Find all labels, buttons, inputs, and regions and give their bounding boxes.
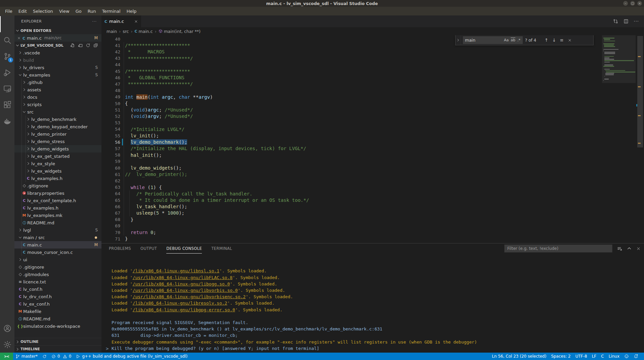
tree-item-lv-demo-benchmark[interactable]: lv_demo_benchmark xyxy=(14,116,101,123)
file-path-link[interactable]: /usr/lib/x86_64-linux-gnu/libFLAC.so.8 xyxy=(133,275,232,280)
code-line-54[interactable]: 54 /*Initialize LVGL*/ xyxy=(101,126,644,133)
tree-item-lv-examples-h[interactable]: Clv_examples.h xyxy=(14,175,101,182)
console-prompt[interactable]: > xyxy=(106,346,109,352)
console-filter-input[interactable] xyxy=(504,244,612,253)
status-feedback[interactable] xyxy=(622,353,631,360)
activity-extensions-icon[interactable] xyxy=(0,97,14,113)
menu-run[interactable]: Run xyxy=(85,8,99,15)
code-line-50[interactable]: 50{ xyxy=(101,100,644,107)
file-path-link[interactable]: /home/ohm/titanproject/Course/lvgl/lv_si… xyxy=(146,352,322,353)
status-indentation[interactable]: Spaces: 2 xyxy=(549,353,573,360)
collapse-icon[interactable] xyxy=(93,43,98,48)
code-line-49[interactable]: 49int main(int argc, char **argv) xyxy=(101,94,644,100)
tree-item-lv-drivers[interactable]: lv_driversS xyxy=(14,64,101,71)
clear-console-icon[interactable] xyxy=(617,246,622,251)
maximize-button[interactable]: ▢ xyxy=(630,1,635,6)
code-line-71[interactable]: 71} xyxy=(101,235,644,242)
tree-item-readme-md[interactable]: README.md xyxy=(14,315,101,322)
panel-tab-problems[interactable]: PROBLEMS xyxy=(109,243,131,254)
menu-go[interactable]: Go xyxy=(73,8,85,15)
close-button[interactable]: × xyxy=(637,1,642,6)
find-expand-toggle[interactable] xyxy=(456,35,461,45)
status-sync[interactable] xyxy=(40,353,49,360)
code-line-51[interactable]: 51 (void)argc; /*Unused*/ xyxy=(101,106,644,113)
code-line-48[interactable]: 48 xyxy=(101,87,644,94)
code-line-59[interactable]: 59 xyxy=(101,158,644,165)
status-encoding[interactable]: UTF-8 xyxy=(573,353,590,360)
sidebar-more-icon[interactable]: ··· xyxy=(92,19,97,24)
code-line-57[interactable]: 57 /*Initialize the HAL (display, input … xyxy=(101,145,644,152)
split-editor-icon[interactable] xyxy=(624,19,629,24)
code-line-70[interactable]: 70 return 0; xyxy=(101,229,644,236)
menu-file[interactable]: File xyxy=(2,8,15,15)
breadcrumb-item[interactable]: Cmain.c xyxy=(134,29,153,34)
tree-item-main-c[interactable]: Cmain.cM xyxy=(14,241,101,249)
section-outline[interactable]: OUTLINE xyxy=(14,338,101,345)
activity-explorer-icon[interactable]: undefined xyxy=(0,16,14,32)
tree-item-lv-examples[interactable]: lv_examplesS xyxy=(14,71,101,79)
file-path-link[interactable]: /usr/lib/x86_64-linux-gnu/libogg.so.0 xyxy=(133,281,230,286)
status-notifications[interactable] xyxy=(631,353,641,360)
close-icon[interactable] xyxy=(568,38,572,42)
code-line-67[interactable]: 67 usleep(5 * 1000); xyxy=(101,210,644,216)
status-problems[interactable]: 00 xyxy=(49,353,74,360)
find-next-icon[interactable]: ↓ xyxy=(552,38,556,43)
breadcrumb-item[interactable]: src xyxy=(123,29,129,34)
tree-item--gitmodules[interactable]: .gitmodules xyxy=(14,271,101,278)
file-path-link[interactable]: /usr/lib/x86_64-linux-gnu/libvorbisenc.s… xyxy=(133,294,246,299)
tree-item-scripts[interactable]: scripts xyxy=(14,101,101,108)
code-line-61[interactable]: 61// lv_demo_printer(); xyxy=(101,171,644,178)
code-line-46[interactable]: 46 * GLOBAL FUNCTIONS xyxy=(101,74,644,81)
tree-item-lv-ex-widgets[interactable]: lv_ex_widgets xyxy=(14,167,101,175)
status-branch[interactable]: master* xyxy=(13,353,40,360)
tree-item-makefile[interactable]: MMakefile xyxy=(14,308,101,315)
code-line-45[interactable]: 45/********************** xyxy=(101,68,644,75)
menu-help[interactable]: Help xyxy=(124,8,140,15)
refresh-icon[interactable] xyxy=(86,43,90,48)
file-path-link[interactable]: /lib/x86_64-linux-gnu/libgpg-error.so.0 xyxy=(133,307,235,312)
tree-item--vscode[interactable]: .vscode xyxy=(14,49,101,56)
code-line-53[interactable]: 53 xyxy=(101,120,644,126)
menu-view[interactable]: View xyxy=(56,8,73,15)
activity-search-icon[interactable] xyxy=(0,32,14,48)
code-line-47[interactable]: 47 **********************/ xyxy=(101,81,644,87)
close-icon[interactable] xyxy=(134,19,138,24)
status-language[interactable]: C xyxy=(599,353,606,360)
code-line-58[interactable]: 58 hal_init(); xyxy=(101,152,644,159)
tree-item-lv-examples-mk[interactable]: Mlv_examples.mk xyxy=(14,212,101,219)
whole-word-icon[interactable]: ab xyxy=(511,38,515,42)
minimize-button[interactable]: – xyxy=(623,1,628,6)
open-editors-header[interactable]: OPEN EDITORS xyxy=(14,27,101,34)
more-actions-icon[interactable]: ··· xyxy=(634,19,639,24)
open-editor-item[interactable]: Cmain.cmain/srcM xyxy=(14,34,101,42)
tree-item-ui[interactable]: ui xyxy=(14,256,101,263)
code-line-72[interactable]: 72 xyxy=(101,242,644,243)
tree-item-mouse-cursor-icon-c[interactable]: Cmouse_cursor_icon.c xyxy=(14,249,101,256)
status-cursor-position[interactable]: Ln 56, Col 23 (20 selected) xyxy=(489,353,549,360)
code-line-68[interactable]: 68 } xyxy=(101,216,644,223)
status-debug-task[interactable]: g++ build and debug active file (lv_sim_… xyxy=(74,353,190,360)
new-file-icon[interactable] xyxy=(70,43,75,48)
breadcrumb-item[interactable]: main(int, char **) xyxy=(159,29,201,34)
maximize-panel-icon[interactable] xyxy=(627,246,632,251)
tree-item-library-properties[interactable]: library.properties xyxy=(14,189,101,197)
code-line-62[interactable]: 62 xyxy=(101,177,644,184)
tree-item-main-src[interactable]: main / src xyxy=(14,234,101,241)
activity-docker-icon[interactable] xyxy=(0,113,14,129)
status-os[interactable]: Linux xyxy=(606,353,622,360)
tree-item-lv-examples-h[interactable]: Clv_examples.h xyxy=(14,204,101,212)
tree-item-licence-txt[interactable]: ≡licence.txt xyxy=(14,278,101,285)
tree-item--gitignore[interactable]: .gitignore xyxy=(14,263,101,271)
panel-tab-debug-console[interactable]: DEBUG CONSOLE xyxy=(166,243,202,254)
tree-item-assets[interactable]: assets xyxy=(14,86,101,93)
code-line-66[interactable]: 66 lv_task_handler(); xyxy=(101,203,644,210)
find-previous-icon[interactable]: ↑ xyxy=(545,38,548,43)
tree-item-lv-ex-conf-template-h[interactable]: Clv_ex_conf_template.h xyxy=(14,197,101,204)
activity-remote-icon[interactable] xyxy=(0,81,14,97)
tree-item-lv-ex-style[interactable]: lv_ex_style xyxy=(14,160,101,167)
menu-edit[interactable]: Edit xyxy=(15,8,30,15)
match-case-icon[interactable]: Aa xyxy=(504,38,509,42)
code-line-60[interactable]: 60 lv_demo_widgets(); xyxy=(101,165,644,171)
code-line-56[interactable]: 56 lv_demo_benchmark(); xyxy=(101,139,644,145)
code-line-52[interactable]: 52 (void)argv; /*Unused*/ xyxy=(101,113,644,120)
